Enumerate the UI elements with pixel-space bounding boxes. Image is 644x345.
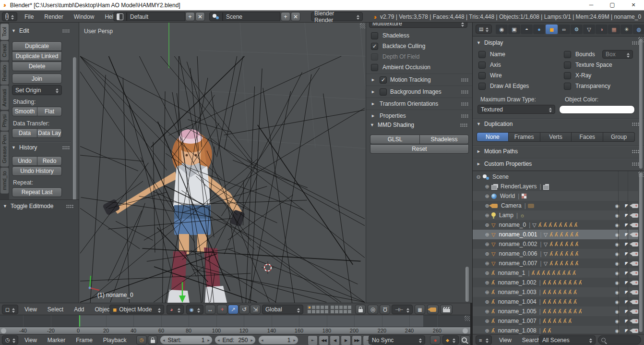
start-end-lock-button[interactable] (148, 335, 157, 345)
snap-element-dropdown[interactable]: ⊣⊢ (392, 305, 413, 314)
outliner-row-lamp[interactable]: ⊕Lamp|☼◉◤ (473, 210, 638, 220)
tool-shelf-tab-relatio[interactable]: Relatio (0, 62, 9, 85)
proportional-edit-button[interactable]: ◎ (368, 305, 378, 314)
manipulator-translate-button[interactable]: ↗ (228, 305, 239, 314)
manipulator-rotate-button[interactable]: ↺ (239, 305, 250, 314)
menu-playback[interactable]: Playback (98, 337, 132, 344)
visibility-toggle[interactable]: ◉ (613, 307, 621, 316)
layer-cell[interactable] (343, 309, 347, 314)
renderability-toggle[interactable] (631, 220, 639, 230)
next-keyframe-button[interactable]: ▶▶ (352, 335, 362, 345)
sync-mode-dropdown[interactable]: No Sync (369, 335, 425, 345)
visibility-toggle[interactable]: ◉ (613, 239, 621, 249)
outliner-row-noname_0.006[interactable]: ⊕▽noname_0.006|▽ʎʎʎʎʎʎ◉◤ (473, 249, 638, 259)
panel-drag-dots-icon[interactable] (460, 123, 467, 127)
panel-drag-dots-icon[interactable] (461, 114, 468, 118)
renderability-toggle[interactable] (631, 297, 639, 307)
layer-cell[interactable] (320, 309, 324, 314)
panel-header-transform-orientations[interactable]: ►Transform Orientations (366, 98, 473, 110)
viewport-3d[interactable]: User Persp (1) noname_0 (79, 23, 366, 303)
duplication-faces-button[interactable]: Faces (572, 132, 603, 142)
checkbox[interactable] (371, 53, 378, 61)
visibility-toggle[interactable]: ◉ (613, 287, 621, 297)
layer-cell[interactable] (324, 309, 329, 314)
expand-icon[interactable]: ⊕ (484, 241, 490, 247)
duplicate-linked-button[interactable]: Duplicate Linked (12, 51, 62, 61)
undo-history-button[interactable]: Undo History (12, 166, 62, 176)
viewport-shading-dropdown[interactable]: ◕ (167, 305, 184, 314)
timeline-editor[interactable]: -40-200204060801001201401601802002202402… (0, 315, 470, 334)
render-engine-dropdown[interactable]: Blender Render (311, 12, 363, 21)
repeat-last-button[interactable]: Repeat Last (12, 187, 62, 197)
tool-shelf-tab-mmd_to[interactable]: mmd_to (0, 168, 9, 194)
region-resize-corner[interactable] (465, 316, 470, 321)
jump-to-start-button[interactable]: ⇤ (308, 335, 318, 345)
renderability-toggle[interactable] (631, 249, 639, 259)
outliner-row-noname_0.001[interactable]: ⊕▽noname_0.001|▽ʎʎʎʎʎʎ◉◤ (473, 230, 638, 239)
tab-material[interactable]: ◑ (596, 25, 608, 34)
visibility-toggle[interactable]: ◉ (613, 259, 621, 268)
snap-toggle-button[interactable]: Ω (380, 305, 390, 314)
panel-drag-dots-icon[interactable] (461, 102, 468, 106)
layer-cell[interactable] (324, 305, 329, 309)
tab-physics[interactable]: ◍ (633, 25, 644, 34)
object-color-swatch[interactable] (559, 105, 635, 114)
outliner-row-noname_0.007[interactable]: ⊕▽noname_0.007|▽ʎʎʎʎʎʎ◉◤ (473, 259, 638, 268)
checkbox[interactable] (564, 83, 571, 90)
panel-drag-dots-icon[interactable] (632, 162, 639, 166)
checkbox[interactable] (564, 72, 571, 79)
add-scene-button[interactable]: + (281, 12, 290, 21)
checkbox[interactable] (478, 62, 486, 69)
tool-shelf-tab-physi[interactable]: Physi (0, 111, 9, 131)
delete-scene-button[interactable]: ✕ (291, 12, 300, 21)
insert-keyframe-button[interactable] (460, 335, 470, 345)
renderability-toggle[interactable] (631, 278, 639, 287)
join-button[interactable]: Join (12, 74, 62, 84)
tab-object-data[interactable]: ▽ (583, 25, 595, 34)
editor-type-selector-info[interactable]: i (2, 12, 17, 21)
outliner-row-noname_1.002[interactable]: ⊕ʎnoname_1.002|ʎʎʎʎʎʎʎʎ◉◤ (473, 278, 638, 287)
scene-selector-icon-button[interactable] (209, 12, 223, 21)
visibility-toggle[interactable]: ◉ (613, 268, 621, 278)
lock-to-scene-button[interactable] (355, 305, 366, 314)
increment-arrow-icon[interactable]: ▸ (293, 338, 296, 343)
panel-drag-dots-icon[interactable] (62, 146, 70, 149)
properties-scrollbar[interactable] (639, 39, 643, 169)
menu-view[interactable]: View (19, 306, 42, 313)
expand-icon[interactable]: ⊕ (484, 222, 490, 228)
menu-marker[interactable]: Marker (42, 337, 71, 344)
panel-header-background-images[interactable]: ►Background Images (366, 86, 473, 98)
layer-cell[interactable] (347, 309, 352, 314)
outliner-row-camera[interactable]: ⊕Camera|◉◤ (473, 201, 638, 210)
tool-shelf-scrollbar[interactable] (73, 57, 76, 222)
snap-peel-button[interactable]: ▦ (415, 305, 425, 314)
panel-header-motion-tracking[interactable]: ►✓Motion Tracking (366, 74, 473, 86)
manipulator-toggle-button[interactable]: ↔ (205, 305, 215, 314)
outliner-row-noname_1.008[interactable]: ⊕ʎnoname_1.008|ʎʎ◉◤ (473, 326, 638, 334)
tool-shelf-tab-creat[interactable]: Creat (0, 41, 9, 61)
checkbox[interactable] (478, 72, 486, 79)
checkbox[interactable] (478, 83, 486, 90)
checkbox[interactable] (564, 51, 571, 58)
menu-select[interactable]: Select (42, 306, 69, 313)
region-divider[interactable] (470, 303, 473, 345)
current-frame-playhead[interactable] (79, 315, 80, 327)
manipulator-axes-button[interactable]: + (217, 305, 227, 314)
layer-cell[interactable] (320, 305, 324, 309)
renderability-toggle[interactable] (631, 230, 639, 239)
tab-render-layers[interactable]: ▣ (508, 25, 520, 34)
end-frame-field[interactable]: ◂ End: 250 ▸ (215, 335, 256, 345)
mmd-shadeless-button[interactable]: Shadeless (419, 135, 469, 144)
panel-drag-dots-icon[interactable] (461, 90, 468, 94)
outliner-search-field[interactable] (598, 335, 641, 345)
layer-cell[interactable] (307, 309, 311, 314)
duplication-group-button[interactable]: Group (603, 132, 635, 142)
visibility-toggle[interactable]: ◉ (613, 316, 621, 326)
expand-icon[interactable]: ⊕ (484, 299, 490, 305)
shade-flat-button[interactable]: Flat (37, 107, 62, 116)
menu-view[interactable]: View (19, 337, 42, 344)
checkbox[interactable] (478, 51, 486, 58)
play-reverse-button[interactable]: ◀ (330, 335, 340, 345)
opengl-render-animation-button[interactable] (440, 305, 453, 314)
current-frame-field[interactable]: ◂ 1 ▸ (258, 335, 298, 345)
